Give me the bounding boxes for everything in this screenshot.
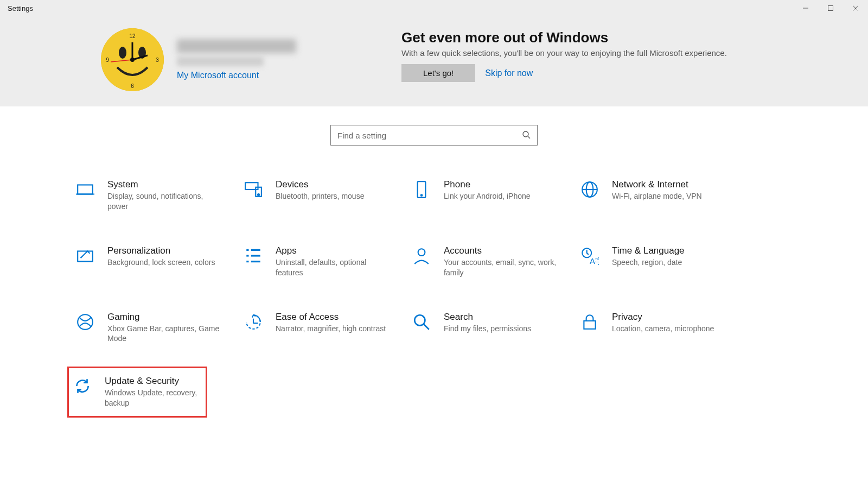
tile-desc: Xbox Game Bar, captures, Game Mode [107, 324, 221, 344]
tile-title: Gaming [107, 312, 221, 323]
tile-search-tile[interactable]: SearchFind my files, permissions [410, 310, 578, 346]
tile-title: Phone [444, 179, 531, 190]
update-icon [73, 377, 92, 395]
tile-apps[interactable]: AppsUninstall, defaults, optional featur… [242, 243, 410, 280]
minimize-button[interactable] [793, 0, 818, 16]
tile-system[interactable]: SystemDisplay, sound, notifications, pow… [74, 177, 242, 214]
tile-title: Privacy [612, 312, 714, 323]
svg-point-14 [130, 58, 135, 62]
header: 12 9 3 6 My Microsoft account Get even m… [0, 16, 868, 106]
search-icon [522, 130, 531, 141]
svg-point-39 [414, 315, 425, 325]
user-email-redacted [177, 56, 264, 66]
tile-desc: Display, sound, notifications, power [107, 191, 221, 212]
network-icon [580, 180, 599, 199]
tile-title: Time & Language [612, 245, 685, 256]
svg-point-23 [421, 194, 423, 196]
svg-text:6: 6 [131, 83, 134, 89]
tile-devices[interactable]: DevicesBluetooth, printers, mouse [242, 177, 410, 214]
tile-desc: Wi-Fi, airplane mode, VPN [612, 191, 702, 201]
tile-title: Accounts [444, 245, 558, 256]
privacy-icon [580, 313, 599, 331]
tile-title: Update & Security [105, 376, 201, 387]
content-body: SystemDisplay, sound, notifications, pow… [0, 106, 868, 418]
devices-icon [244, 180, 263, 199]
maximize-button[interactable] [818, 0, 843, 16]
tile-desc: Your accounts, email, sync, work, family [444, 257, 558, 278]
svg-rect-41 [584, 320, 595, 329]
profile-text: My Microsoft account [177, 39, 296, 80]
tile-title: Search [444, 312, 531, 323]
svg-point-21 [258, 194, 259, 195]
tile-phone[interactable]: PhoneLink your Android, iPhone [410, 177, 578, 214]
tile-title: Devices [276, 179, 364, 190]
svg-line-40 [424, 324, 429, 330]
svg-rect-1 [828, 6, 833, 11]
system-icon [76, 180, 94, 199]
svg-point-5 [119, 47, 126, 59]
svg-rect-17 [78, 185, 93, 194]
tile-update[interactable]: Update & SecurityWindows Update, recover… [67, 367, 207, 418]
search-box[interactable] [330, 125, 538, 146]
tile-privacy[interactable]: PrivacyLocation, camera, microphone [578, 310, 746, 346]
tile-desc: Location, camera, microphone [612, 324, 714, 334]
close-button[interactable] [843, 0, 868, 16]
search-wrap [0, 125, 868, 146]
tile-network[interactable]: Network & InternetWi-Fi, airplane mode, … [578, 177, 746, 214]
search-input[interactable] [337, 131, 522, 140]
tile-desc: Find my files, permissions [444, 324, 531, 334]
promo-actions: Let's go! Skip for now [401, 64, 727, 82]
tile-title: System [107, 179, 221, 190]
tile-desc: Bluetooth, printers, mouse [276, 191, 364, 201]
promo-subtext: With a few quick selections, you'll be o… [401, 48, 727, 58]
tile-ease[interactable]: Ease of AccessNarrator, magnifier, high … [242, 310, 410, 346]
tile-desc: Background, lock screen, colors [107, 257, 215, 268]
svg-text:3: 3 [156, 57, 159, 63]
personal-icon [76, 247, 94, 265]
svg-point-15 [523, 131, 528, 137]
tile-title: Apps [276, 245, 390, 256]
ease-icon [244, 313, 263, 331]
window-title: Settings [0, 4, 33, 12]
settings-grid: SystemDisplay, sound, notifications, pow… [0, 177, 868, 418]
titlebar: Settings [0, 0, 868, 16]
profile-block: 12 9 3 6 My Microsoft account [101, 28, 401, 91]
tile-desc: Speech, region, date [612, 257, 685, 268]
tile-accounts[interactable]: AccountsYour accounts, email, sync, work… [410, 243, 578, 280]
svg-text:A字: A字 [590, 257, 599, 265]
accounts-icon [412, 247, 431, 265]
tile-desc: Narrator, magnifier, high contrast [276, 324, 386, 334]
tile-time[interactable]: A字Time & LanguageSpeech, region, date [578, 243, 746, 280]
phone-icon [412, 180, 431, 199]
avatar[interactable]: 12 9 3 6 [101, 28, 164, 91]
my-microsoft-account-link[interactable]: My Microsoft account [177, 71, 296, 80]
tile-title: Personalization [107, 245, 215, 256]
svg-line-16 [528, 136, 530, 138]
tile-gaming[interactable]: GamingXbox Game Bar, captures, Game Mode [74, 310, 242, 346]
search-tile-icon [412, 313, 431, 331]
svg-point-38 [78, 314, 93, 330]
tile-title: Ease of Access [276, 312, 386, 323]
window-controls [793, 0, 868, 16]
promo-block: Get even more out of Windows With a few … [401, 28, 727, 82]
tile-title: Network & Internet [612, 179, 702, 190]
tile-desc: Uninstall, defaults, optional features [276, 257, 390, 278]
lets-go-button[interactable]: Let's go! [401, 64, 475, 82]
skip-for-now-link[interactable]: Skip for now [485, 68, 533, 78]
tile-personal[interactable]: PersonalizationBackground, lock screen, … [74, 243, 242, 280]
time-icon: A字 [580, 247, 599, 265]
svg-text:12: 12 [129, 33, 136, 39]
tile-desc: Link your Android, iPhone [444, 191, 531, 201]
promo-heading: Get even more out of Windows [401, 29, 727, 46]
gaming-icon [76, 313, 94, 331]
user-name-redacted [177, 39, 296, 53]
tile-desc: Windows Update, recovery, backup [105, 388, 201, 408]
svg-point-35 [418, 249, 425, 256]
svg-text:9: 9 [106, 57, 109, 63]
apps-icon [244, 247, 263, 265]
